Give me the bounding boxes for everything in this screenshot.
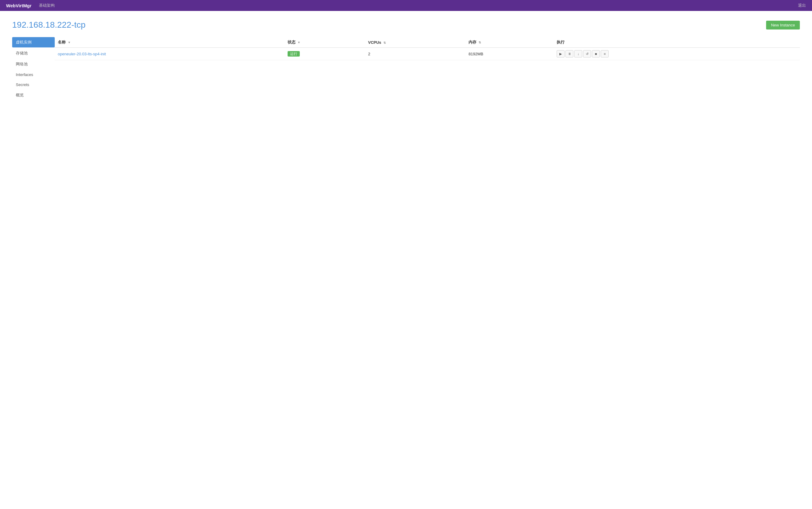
sort-icon-name: ▼ [68, 41, 71, 44]
cell-memory: 8192MB [465, 48, 554, 60]
action-btn-reboot[interactable]: ↺ [583, 50, 591, 58]
new-instance-button[interactable]: New Instance [766, 21, 800, 30]
instance-table: 名称 ▼ 状态 ▼ VCPUs ⇅ 内存 ⇅ [55, 37, 800, 60]
sidebar-item-storage-pool[interactable]: 存储池 [12, 48, 55, 58]
logout-button[interactable]: 退出 [798, 3, 806, 8]
sidebar-item-secrets[interactable]: Secrets [12, 80, 55, 90]
cell-actions: ▶⏸↓↺■≡ [554, 48, 800, 60]
table-row: openeuler-20.03-lts-sp4-init运行28192MB▶⏸↓… [55, 48, 800, 60]
action-btn-stop[interactable]: ■ [592, 50, 600, 58]
page-header: 192.168.18.222-tcp New Instance [12, 20, 800, 30]
sidebar-item-overview[interactable]: 概览 [12, 90, 55, 100]
sidebar: 虚机实例 存储池 网络池 Interfaces Secrets 概览 [12, 37, 55, 101]
action-btn-console[interactable]: ≡ [601, 50, 609, 58]
sidebar-item-network-pool[interactable]: 网络池 [12, 59, 55, 69]
cell-status: 运行 [285, 48, 365, 60]
col-actions: 执行 [554, 37, 800, 48]
table-header-row: 名称 ▼ 状态 ▼ VCPUs ⇅ 内存 ⇅ [55, 37, 800, 48]
action-btn-start[interactable]: ▶ [557, 50, 565, 58]
cell-vcpus: 2 [365, 48, 466, 60]
sidebar-item-vm-instances[interactable]: 虚机实例 [12, 37, 55, 47]
col-name[interactable]: 名称 ▼ [55, 37, 285, 48]
sort-icon-memory: ⇅ [479, 41, 481, 44]
col-status[interactable]: 状态 ▼ [285, 37, 365, 48]
topnav: WebVirtMgr 基础架构 退出 [0, 0, 812, 11]
layout: 虚机实例 存储池 网络池 Interfaces Secrets 概览 [12, 37, 800, 101]
col-vcpus[interactable]: VCPUs ⇅ [365, 37, 466, 48]
status-badge: 运行 [288, 51, 300, 57]
nav-link-infrastructure[interactable]: 基础架构 [39, 3, 55, 8]
sidebar-item-interfaces[interactable]: Interfaces [12, 70, 55, 79]
action-btn-pause[interactable]: ⏸ [565, 50, 573, 58]
brand-logo: WebVirtMgr [6, 3, 32, 8]
sort-icon-vcpus: ⇅ [383, 41, 386, 44]
action-btn-shutdown[interactable]: ↓ [574, 50, 582, 58]
col-memory[interactable]: 内存 ⇅ [465, 37, 554, 48]
sort-icon-status: ▼ [297, 41, 301, 44]
page-title: 192.168.18.222-tcp [12, 20, 85, 30]
action-buttons: ▶⏸↓↺■≡ [557, 50, 797, 58]
cell-name: openeuler-20.03-lts-sp4-init [55, 48, 285, 60]
table-container: 名称 ▼ 状态 ▼ VCPUs ⇅ 内存 ⇅ [55, 37, 800, 101]
instance-link[interactable]: openeuler-20.03-lts-sp4-init [58, 52, 106, 56]
main-content: 192.168.18.222-tcp New Instance 虚机实例 存储池… [0, 11, 812, 509]
